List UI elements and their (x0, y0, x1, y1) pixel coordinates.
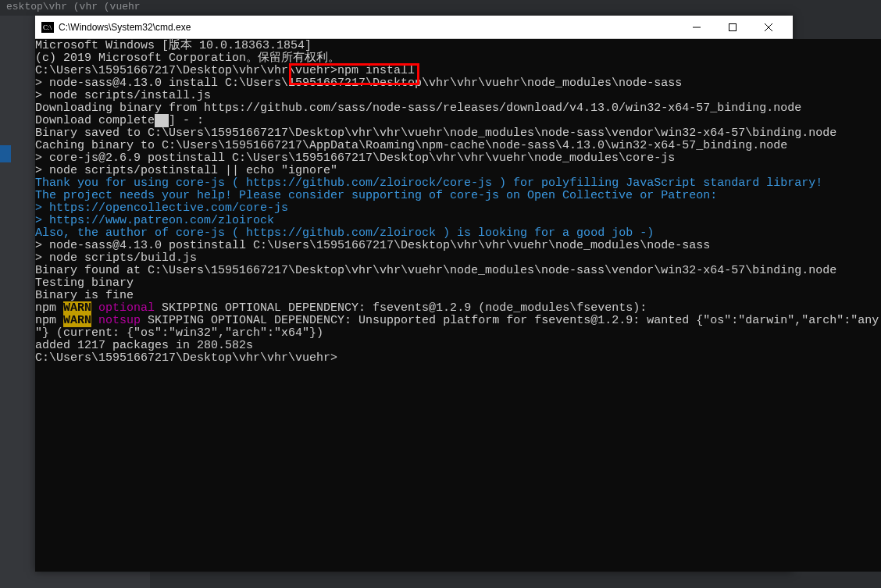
terminal-line: > node-sass@4.13.0 postinstall C:\Users\… (35, 240, 879, 252)
terminal-segment: npm (35, 301, 63, 315)
terminal-segment: > node-sass@4.13.0 install C:\Users\1595… (35, 77, 682, 90)
terminal-line: > https://www.patreon.com/zloirock (35, 215, 879, 227)
terminal-line: Microsoft Windows [版本 10.0.18363.1854] (35, 40, 879, 52)
terminal-line: npm WARN optional SKIPPING OPTIONAL DEPE… (35, 302, 879, 315)
terminal-segment: npm (35, 314, 63, 327)
terminal-segment: Caching binary to C:\Users\15951667217\A… (35, 139, 787, 152)
terminal-segment: Binary saved to C:\Users\15951667217\Des… (35, 127, 836, 140)
terminal-segment: SKIPPING OPTIONAL DEPENDENCY: fsevents@1… (155, 301, 647, 315)
terminal-segment: > node scripts/postinstall || echo "igno… (35, 164, 337, 177)
terminal-segment: WARN (63, 314, 91, 327)
terminal-segment: added 1217 packages in 280.582s (35, 339, 253, 352)
terminal-line: C:\Users\15951667217\Desktop\vhr\vhr\vue… (35, 352, 879, 365)
terminal-line: C:\Users\15951667217\Desktop\vhr\vhr\vue… (35, 65, 879, 77)
terminal-segment: https://opencollective.com/core-js (49, 201, 288, 215)
terminal-segment: Testing binary (35, 276, 134, 290)
terminal-segment (91, 314, 98, 327)
cmd-window: C:\ C:\Windows\System32\cmd.exe Microsof… (35, 16, 793, 572)
terminal-segment: C:\Users\15951667217\Desktop\vhr\vhr\vue… (35, 351, 337, 365)
minimize-button[interactable] (679, 16, 715, 38)
terminal-line: > node-sass@4.13.0 install C:\Users\1595… (35, 77, 879, 90)
terminal-segment: WARN (63, 301, 91, 315)
terminal-line: > core-js@2.6.9 postinstall C:\Users\159… (35, 152, 879, 165)
terminal-line: Testing binary (35, 277, 879, 290)
terminal-line: Caching binary to C:\Users\15951667217\A… (35, 140, 879, 152)
terminal-line: > node scripts/postinstall || echo "igno… (35, 165, 879, 177)
terminal-segment: Also, the author of core-js ( (35, 226, 246, 240)
terminal-segment (91, 301, 98, 315)
terminal-line: > https://opencollective.com/core-js (35, 202, 879, 215)
terminal-line: (c) 2019 Microsoft Corporation。保留所有权利。 (35, 52, 879, 65)
terminal-wrap: Microsoft Windows [版本 10.0.18363.1854](c… (35, 39, 793, 572)
terminal-line: Binary is fine (35, 290, 879, 302)
ide-left-indicator (0, 145, 11, 162)
terminal-segment: Download complete (35, 114, 155, 127)
svg-rect-3 (729, 23, 737, 30)
terminal-line: > node scripts/install.js (35, 90, 879, 102)
terminal-segment: https://www.patreon.com/zloirock (49, 214, 274, 227)
terminal-segment: C:\Users\15951667217\Desktop\vhr\vhr\vue… (35, 64, 415, 77)
terminal-segment: optional (98, 301, 155, 315)
terminal-segment: ) for polyfilling JavaScript standard li… (492, 176, 822, 190)
terminal-segment: Thank you for using core-js ( (35, 176, 246, 190)
window-controls (679, 16, 786, 38)
terminal-line: added 1217 packages in 280.582s (35, 340, 879, 352)
window-title: C:\Windows\System32\cmd.exe (59, 22, 679, 33)
terminal-segment (155, 114, 169, 127)
terminal-segment: notsup (98, 314, 141, 327)
terminal-segment: "} (current: {"os":"win32","arch":"x64"}… (35, 326, 323, 340)
terminal-line: "} (current: {"os":"win32","arch":"x64"}… (35, 327, 879, 340)
terminal-output[interactable]: Microsoft Windows [版本 10.0.18363.1854](c… (35, 39, 881, 572)
terminal-segment: > core-js@2.6.9 postinstall C:\Users\159… (35, 151, 675, 165)
terminal-segment: https://github.com/zloirock/core-js (246, 176, 492, 190)
close-button[interactable] (751, 16, 786, 38)
terminal-segment: > (35, 214, 49, 227)
terminal-segment: Microsoft Windows [版本 10.0.18363.1854] (35, 39, 312, 52)
terminal-line: Also, the author of core-js ( https://gi… (35, 227, 879, 240)
terminal-segment: Binary is fine (35, 289, 134, 302)
terminal-segment: ] - : (169, 114, 204, 127)
titlebar[interactable]: C:\ C:\Windows\System32\cmd.exe (35, 16, 793, 39)
terminal-segment: Downloading binary from https://github.c… (35, 102, 801, 115)
terminal-segment: (c) 2019 Microsoft Corporation。保留所有权利。 (35, 52, 340, 65)
terminal-segment: The project needs your help! Please cons… (35, 189, 717, 202)
terminal-line: Thank you for using core-js ( https://gi… (35, 177, 879, 190)
terminal-segment: https://github.com/zloirock (246, 226, 436, 240)
terminal-line: > node scripts/build.js (35, 252, 879, 265)
svg-text:C:\: C:\ (43, 23, 52, 31)
terminal-line: Downloading binary from https://github.c… (35, 102, 879, 115)
terminal-segment: > (35, 201, 49, 215)
terminal-segment: ) is looking for a good job -) (436, 226, 654, 240)
cmd-icon: C:\ (41, 22, 54, 33)
terminal-line: npm WARN notsup SKIPPING OPTIONAL DEPEND… (35, 315, 879, 327)
maximize-button[interactable] (715, 16, 751, 38)
terminal-segment: SKIPPING OPTIONAL DEPENDENCY: Unsupporte… (141, 314, 879, 327)
ide-tab-hint: esktop\vhr (vhr (vuehr (0, 0, 881, 14)
terminal-line: Download complete ] - : (35, 115, 879, 127)
terminal-segment: > node scripts/install.js (35, 89, 211, 102)
terminal-segment: Binary found at C:\Users\15951667217\Des… (35, 264, 836, 277)
terminal-segment: > node-sass@4.13.0 postinstall C:\Users\… (35, 239, 710, 252)
terminal-segment: > node scripts/build.js (35, 251, 197, 265)
terminal-line: The project needs your help! Please cons… (35, 190, 879, 202)
terminal-line: Binary found at C:\Users\15951667217\Des… (35, 265, 879, 277)
terminal-line: Binary saved to C:\Users\15951667217\Des… (35, 127, 879, 140)
